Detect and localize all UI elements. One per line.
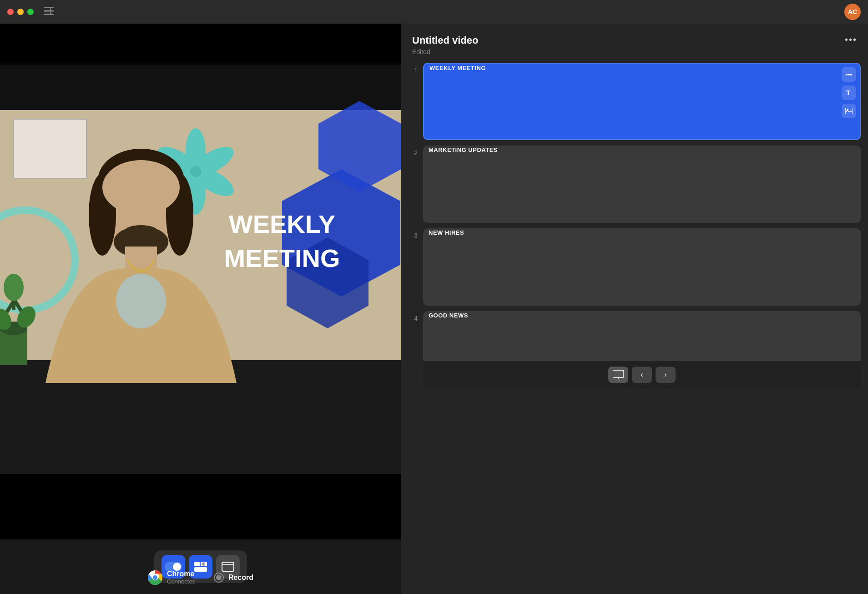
slide-item-4: 4 GOOD NEWS ‹ › [409,311,861,388]
svg-point-28 [98,149,184,212]
svg-point-30 [166,174,193,256]
svg-marker-16 [282,169,400,297]
svg-point-13 [153,161,203,201]
svg-rect-6 [0,360,401,474]
svg-point-42 [202,563,204,565]
slide-item-1: 1 WEEKLY MEETING ••• T [409,63,861,140]
slides-list: 1 WEEKLY MEETING ••• T [401,63,868,594]
more-options-button[interactable]: ••• [845,35,857,45]
main-content: WEEKLY MEETING [0,24,868,594]
svg-point-22 [0,305,15,333]
svg-rect-0 [44,7,54,8]
record-dot [214,573,224,583]
slide-card-4[interactable]: GOOD NEWS ‹ › [423,311,861,388]
user-avatar[interactable]: AC [844,4,861,20]
chrome-source: Chrome Connected [148,570,196,585]
video-container: WEEKLY MEETING [0,24,401,539]
svg-point-11 [189,161,238,201]
svg-point-33 [125,225,157,236]
maximize-button[interactable] [27,9,34,15]
svg-rect-2 [44,14,54,15]
slide-next-button[interactable]: › [656,367,676,383]
slide-title-2: MARKETING UPDATES [423,146,503,153]
svg-point-35 [116,274,166,328]
slide-number-2: 2 [409,146,418,156]
right-title: Untitled video Edited [412,35,478,55]
video-subtitle: Edited [412,48,478,55]
svg-point-10 [189,141,238,181]
svg-rect-5 [0,110,401,360]
slide-card-2[interactable]: MARKETING UPDATES [423,146,861,223]
slide-card-1[interactable]: WEEKLY MEETING ••• T [423,63,861,140]
slide-image-action[interactable] [842,104,856,118]
slide-number-4: 4 [409,311,418,322]
svg-rect-4 [0,65,401,110]
chrome-label: Chrome Connected [167,570,196,585]
svg-text:MEETING: MEETING [224,244,340,272]
svg-point-32 [114,226,168,258]
title-bar: AC [0,0,868,24]
svg-rect-34 [125,247,157,274]
svg-point-20 [0,322,27,335]
svg-point-48 [153,575,157,580]
svg-rect-52 [613,370,624,378]
traffic-lights [7,9,34,15]
slide-more-action[interactable]: ••• [842,67,856,82]
svg-point-26 [4,274,24,301]
slide-title-1: WEEKLY MEETING [424,63,491,71]
svg-point-24 [14,303,39,331]
slide-item-3: 3 NEW HIRES [409,228,861,306]
right-panel: Untitled video Edited ••• 1 WEEKLY MEETI… [401,24,868,594]
slide-nav-bar: ‹ › [423,361,861,388]
svg-rect-50 [845,108,853,114]
svg-line-23 [14,299,25,317]
video-area: WEEKLY MEETING [0,24,401,594]
svg-marker-17 [318,101,401,192]
slide-prev-button[interactable]: ‹ [632,367,652,383]
chrome-status: Connected [167,578,196,585]
minimize-button[interactable] [17,9,24,15]
bottom-source-info: Chrome Connected Record [148,570,253,585]
svg-point-27 [98,156,184,256]
sidebar-toggle-icon[interactable] [44,7,54,17]
slide-card-3[interactable]: NEW HIRES [423,228,861,306]
slide-number-3: 3 [409,228,418,239]
svg-line-21 [2,301,14,319]
svg-point-8 [0,210,75,310]
right-header: Untitled video Edited ••• [401,24,868,63]
record-item[interactable]: Record [214,573,253,583]
slide-number-1: 1 [409,63,418,74]
svg-text:T: T [846,90,851,96]
slide-nav-monitor-icon [608,367,628,383]
video-bottom-bar: Chrome Connected Record [0,539,401,594]
svg-point-15 [190,166,201,177]
slide-text-action[interactable]: T [842,86,856,100]
svg-point-29 [89,174,116,256]
svg-point-14 [153,141,203,181]
record-label: Record [228,574,253,582]
svg-rect-3 [50,7,51,15]
svg-rect-7 [14,119,86,178]
svg-point-12 [186,169,206,215]
slide-actions-1: ••• T [842,67,856,118]
svg-marker-18 [287,237,368,328]
slide-item-2: 2 MARKETING UPDATES [409,146,861,223]
chrome-name: Chrome [167,570,196,578]
slide-title-4: GOOD NEWS [423,311,474,319]
svg-point-31 [102,160,180,215]
svg-text:WEEKLY: WEEKLY [229,210,335,238]
svg-rect-38 [194,562,200,566]
svg-rect-1 [44,10,54,11]
svg-rect-19 [0,328,27,365]
svg-point-9 [186,128,206,174]
video-title: Untitled video [412,35,478,46]
slide-title-3: NEW HIRES [423,228,469,236]
close-button[interactable] [7,9,14,15]
